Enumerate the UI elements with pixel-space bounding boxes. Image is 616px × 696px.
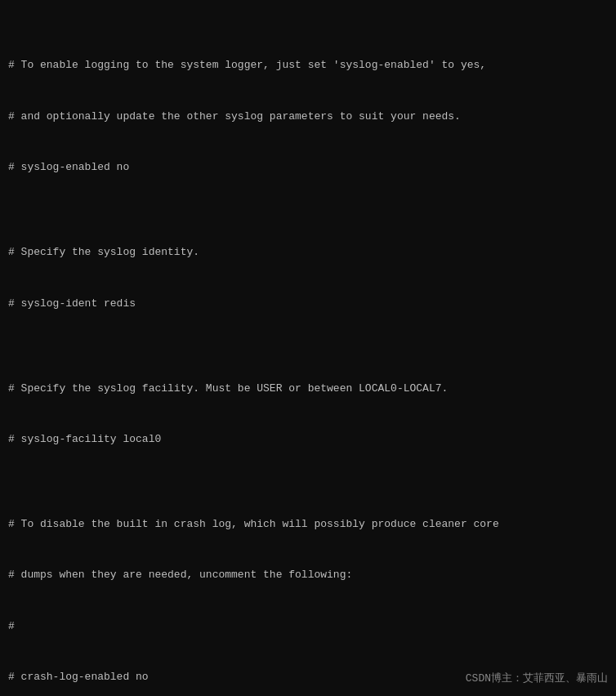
line-5: # Specify the syslog identity.: [8, 244, 608, 261]
code-editor: # To enable logging to the system logger…: [0, 0, 616, 696]
line-12: # dumps when they are needed, uncomment …: [8, 567, 608, 584]
line-8: # Specify the syslog facility. Must be U…: [8, 381, 608, 398]
line-2: # and optionally update the other syslog…: [8, 109, 608, 126]
line-3: # syslog-enabled no: [8, 159, 608, 176]
line-1: # To enable logging to the system logger…: [8, 57, 608, 74]
watermark: CSDN博主：艾菲西亚、暴雨山: [466, 671, 608, 688]
line-11: # To disable the built in crash log, whi…: [8, 516, 608, 533]
line-9: # syslog-facility local0: [8, 431, 608, 448]
line-6: # syslog-ident redis: [8, 296, 608, 313]
line-13: #: [8, 618, 608, 636]
